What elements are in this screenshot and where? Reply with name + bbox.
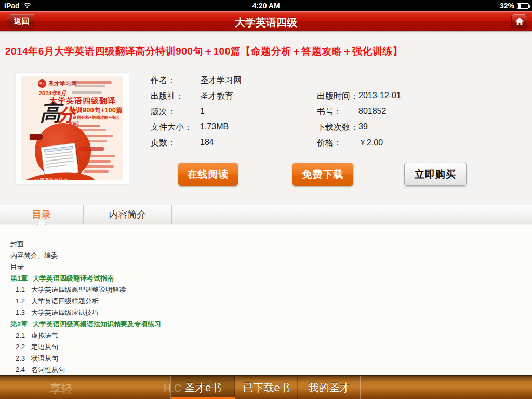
home-icon — [515, 17, 524, 26]
field-download-count: 下载次数： 39 — [317, 122, 473, 132]
nav-bar: 大学英语四级 返回 — [0, 11, 532, 31]
back-button-label: 返回 — [5, 15, 34, 28]
clock-label: 4:20 AM — [0, 2, 532, 10]
field-label: 出版时间： — [317, 91, 358, 102]
field-edition: 版次： 1 — [151, 107, 312, 117]
battery-icon — [517, 3, 529, 9]
field-label: 下载次数： — [317, 122, 358, 133]
cover-headline-sub: 特训900句+100篇 — [69, 105, 123, 115]
toc-item[interactable]: 1.3大学英语四级应试技巧 — [0, 307, 532, 318]
toc-item[interactable]: 内容简介、编委 — [0, 250, 532, 261]
bottom-tab-bar: 享轻 H.C 圣才e书 已下载e书 我的圣才 — [0, 375, 532, 399]
toc-item[interactable]: 1.1大学英语四级题型调整说明解读 — [0, 284, 532, 296]
tab-intro[interactable]: 内容简介 — [84, 205, 171, 224]
screen: iPad 4:20 AM 32% 大学英语四级 返回 2014年6月大学英语四级… — [0, 0, 532, 399]
book-cover-image: 圣才 圣才学习网 2014年6月 大学英语四级翻译 高 分 特训900句+100… — [16, 73, 129, 184]
field-file-size: 文件大小： 1.73MB — [151, 122, 312, 132]
field-price: 价格： ￥2.00 — [317, 138, 473, 148]
cover-art: 圣才 圣才学习网 2014年6月 大学英语四级翻译 高 分 特训900句+100… — [21, 76, 123, 180]
field-value: 1.73MB — [200, 122, 229, 131]
bottom-tab-shengcai-ebook[interactable]: 圣才e书 — [170, 376, 235, 399]
cover-edition-badge — [29, 134, 43, 140]
field-publish-date: 出版时间： 2013-12-01 — [317, 91, 473, 101]
toc-item[interactable]: 2.4名词性从句 — [0, 364, 532, 375]
battery-percent-label: 32% — [500, 2, 514, 10]
home-button[interactable] — [511, 14, 527, 29]
field-value: 圣才学习网 — [200, 75, 242, 86]
cover-publisher: 中国石化出版社 — [35, 177, 68, 180]
field-book-number: 书号： 801852 — [317, 107, 473, 117]
field-publisher: 出版社： 圣才教育 — [151, 91, 312, 101]
content-tab-bar: 目录 内容简介 — [0, 205, 532, 224]
bottom-tab-my-shengcai[interactable]: 我的圣才 — [298, 376, 361, 399]
field-value: 801852 — [358, 107, 386, 116]
toc-item[interactable]: 2.3状语从句 — [0, 353, 532, 364]
field-label: 页数： — [151, 138, 176, 149]
toc-item[interactable]: 1.2大学英语四级样题分析 — [0, 296, 532, 307]
toc-item[interactable]: 第1章大学英语四级翻译考试指南 — [0, 273, 532, 284]
field-label: 版次： — [151, 107, 176, 117]
toc-list: 封面 内容简介、编委 目录 第1章大学英语四级翻译考试指南 1.1大学英语四级题… — [0, 225, 532, 375]
field-value: 184 — [200, 138, 214, 147]
field-label: 价格： — [317, 138, 342, 149]
field-label: 文件大小： — [151, 122, 192, 133]
cover-sample-page — [41, 143, 79, 177]
field-label: 出版社： — [151, 91, 184, 102]
publisher-seal-icon: 圣才 — [38, 79, 46, 88]
field-label: 书号： — [317, 107, 342, 117]
toc-item[interactable]: 2.1虚拟语气 — [0, 330, 532, 341]
field-pages: 页数： 184 — [151, 138, 312, 148]
field-value: 39 — [358, 122, 368, 131]
read-online-button[interactable]: 在线阅读 — [178, 163, 238, 186]
bottom-tab-downloaded-ebook[interactable]: 已下载e书 — [235, 376, 298, 399]
field-value: 2013-12-01 — [358, 91, 401, 100]
cover-brand: 圣才学习网 — [48, 80, 77, 88]
cover-headline-note: 【命题分析+答题攻略+强化训练】 — [69, 115, 123, 126]
toc-item[interactable]: 封面 — [0, 238, 532, 250]
field-value: ￥2.00 — [358, 138, 383, 149]
buy-now-button[interactable]: 立即购买 — [404, 163, 467, 186]
field-value: 1 — [200, 107, 205, 116]
nav-title: 大学英语四级 — [0, 16, 532, 30]
bottom-active-tab-underline — [171, 397, 235, 399]
field-value: 圣才教育 — [200, 91, 233, 102]
field-author: 作者： 圣才学习网 — [151, 75, 312, 86]
toc-item[interactable]: 目录 — [0, 261, 532, 273]
toc-item[interactable]: 2.2定语从句 — [0, 341, 532, 353]
status-bar: iPad 4:20 AM 32% — [0, 0, 532, 11]
watermark-text: 享轻 — [50, 381, 73, 397]
book-title: 2014年6月大学英语四级翻译高分特训900句＋100篇【命题分析＋答题攻略＋强… — [5, 45, 527, 58]
free-download-button[interactable]: 免费下载 — [292, 163, 353, 186]
field-label: 作者： — [151, 75, 176, 86]
toc-item[interactable]: 第2章大学英语四级高频语法知识精要及专项练习 — [0, 318, 532, 330]
